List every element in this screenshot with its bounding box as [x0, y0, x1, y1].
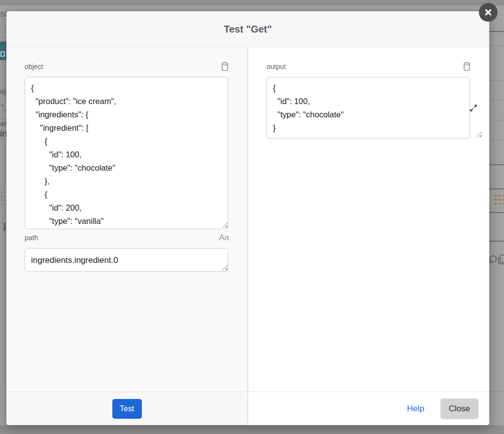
- background-copy-pages-icon: [497, 254, 504, 267]
- background-row-divider: [489, 31, 504, 32]
- test-get-dialog: Test "Get" object { "product": "ice crea…: [6, 11, 489, 425]
- test-button[interactable]: Test: [112, 399, 142, 419]
- background-top-bar: [0, 0, 504, 5]
- background-row-divider: [489, 45, 504, 46]
- output-panel: output { "id": 100, "type": "chocolate" …: [248, 48, 489, 425]
- path-field-label: path: [25, 234, 38, 242]
- background-divider: [0, 119, 6, 119]
- close-x-icon: [484, 8, 492, 16]
- background-row-divider: [489, 212, 504, 213]
- background-row-divider: [489, 391, 504, 392]
- object-input[interactable]: { "product": "ice cream", "ingredients":…: [25, 77, 228, 229]
- background-app-tile: [0, 41, 6, 60]
- background-row-divider: [489, 140, 504, 140]
- background-row-divider: [489, 164, 504, 165]
- dialog-close-x-button[interactable]: [479, 3, 498, 22]
- background-row-divider: [489, 80, 504, 81]
- output-field-label: output: [267, 63, 286, 71]
- background-row-divider: [489, 120, 504, 120]
- object-field-label: object: [25, 63, 43, 71]
- help-link[interactable]: Help: [407, 404, 424, 414]
- copy-output-icon[interactable]: [462, 62, 471, 71]
- background-drag-handle-dots: [494, 194, 504, 206]
- background-row-divider: [489, 100, 504, 101]
- footer-right: Help Close: [248, 392, 489, 425]
- dialog-footer: Test Help Close: [6, 392, 489, 425]
- dialog-header: Test "Get": [6, 11, 489, 47]
- path-input[interactable]: ingredients.ingredient.0: [25, 248, 228, 272]
- background-cursor-mark: [4, 223, 5, 231]
- footer-left: Test: [6, 392, 247, 425]
- output-display[interactable]: { "id": 100, "type": "chocolate" }: [267, 77, 470, 139]
- background-divider: [0, 37, 6, 37]
- background-bottom-bar: [0, 425, 504, 434]
- dialog-title: Test "Get": [224, 24, 272, 35]
- background-drag-handle-dots: [0, 190, 6, 207]
- background-row-divider: [489, 241, 504, 242]
- background-row-divider: [489, 188, 504, 189]
- copy-object-icon[interactable]: [220, 62, 229, 71]
- case-sensitivity-toggle[interactable]: Aa: [219, 233, 229, 243]
- background-app-glyph: [0, 51, 5, 57]
- input-panel: object { "product": "ice cream", "ingred…: [6, 48, 247, 425]
- close-button[interactable]: Close: [440, 398, 478, 419]
- resize-handle-icon[interactable]: [476, 132, 482, 137]
- background-text-fragment: ",: [1, 104, 6, 112]
- expand-output-icon[interactable]: [469, 103, 478, 113]
